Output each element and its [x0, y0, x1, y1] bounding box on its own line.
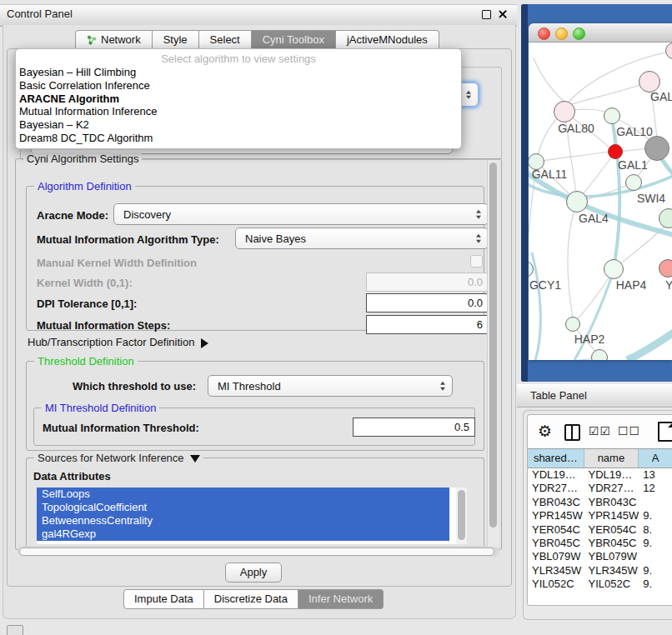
tab-style[interactable]: Style	[153, 30, 199, 50]
table-row[interactable]: YPR145WYPR145W9.	[528, 509, 672, 522]
network-canvas[interactable]: GALGAL80GAL10GAL1GAL11GAL4SWI4GCY1HAP4YH…	[529, 42, 672, 360]
algorithm-dropdown-popup: Select algorithm to view settings Bayesi…	[15, 48, 462, 149]
float-window-icon[interactable]	[482, 10, 491, 19]
node-label: HAP2	[574, 332, 605, 346]
algorithm-option[interactable]: Dream8 DC_TDC Algorithm	[16, 132, 461, 145]
window-close-icon[interactable]	[538, 28, 550, 40]
node-label: HAP4	[616, 278, 647, 292]
table-cell: YIL052C	[584, 578, 639, 591]
close-icon[interactable]	[498, 9, 508, 19]
settings-horizontal-scrollbar[interactable]	[18, 546, 499, 557]
aracne-mode-label: Aracne Mode:	[37, 209, 108, 222]
tab-select-label: Select	[210, 31, 240, 49]
data-attribute-item[interactable]: TopologicalCoefficient	[37, 501, 449, 514]
threshold-definition-group: Threshold Definition Which threshold to …	[26, 361, 484, 451]
window-minimize-icon[interactable]	[555, 28, 568, 40]
window-zoom-icon[interactable]	[573, 28, 585, 40]
network-node-hap4[interactable]	[604, 259, 624, 279]
table-row[interactable]: YBR043CYBR043C	[528, 496, 672, 509]
table-row[interactable]: YDR27…YDR27…12	[528, 482, 672, 495]
data-attribute-item[interactable]: gal4RGexp	[37, 528, 449, 541]
attributes-scrollbar-thumb[interactable]	[458, 490, 465, 540]
network-window-titlebar[interactable]	[529, 23, 672, 42]
table-row[interactable]: YLR345WYLR345W9.	[528, 564, 672, 578]
table-cell: YPR145W	[584, 509, 639, 522]
manual-kernel-width-label: Manual Kernel Width Definition	[37, 257, 197, 269]
table-row[interactable]: YDL19…YDL19…13	[528, 468, 672, 482]
network-window[interactable]: GALGAL80GAL10GAL1GAL11GAL4SWI4GCY1HAP4YH…	[529, 23, 672, 360]
network-node[interactable]	[591, 349, 608, 360]
mi-steps-field[interactable]: 6	[366, 315, 489, 334]
tab-cyni-toolbox[interactable]: Cyni Toolbox	[252, 30, 336, 50]
tab-network-label: Network	[101, 31, 141, 49]
tab-infer-network[interactable]: Infer Network	[298, 589, 384, 609]
attributes-scrollbar[interactable]	[456, 488, 467, 544]
table-column-header[interactable]: name	[584, 449, 639, 468]
column-layout-icon[interactable]	[564, 424, 580, 441]
mi-threshold-definition-title: MI Threshold Definition	[42, 402, 159, 414]
settings-hscroll-thumb[interactable]	[19, 548, 494, 556]
data-attribute-item[interactable]: SelfLoops	[37, 488, 449, 501]
algorithm-option[interactable]: ARACNE Algorithm	[16, 92, 461, 106]
table-cell: YBR043C	[528, 496, 584, 509]
tab-jactivemnodules[interactable]: jActiveMNodules	[336, 30, 439, 50]
table-row[interactable]: YBR045CYBR045C9.	[528, 537, 672, 550]
node-label: GCY1	[529, 278, 561, 292]
table-cell: 9.	[639, 537, 672, 550]
network-node-gal1[interactable]	[608, 144, 623, 159]
table-row[interactable]: YIL052CYIL052C9.	[528, 578, 672, 591]
table-cell: YBR043C	[584, 496, 639, 509]
apply-button[interactable]: Apply	[225, 562, 282, 582]
node-label: GAL10	[616, 125, 653, 138]
algorithm-option[interactable]: Bayesian – K2	[16, 118, 461, 132]
table-cell: 12	[639, 482, 672, 495]
network-node-gal80[interactable]	[554, 101, 575, 122]
data-attributes-list[interactable]: SelfLoopsTopologicalCoefficientBetweenne…	[37, 488, 467, 544]
data-attributes-items: SelfLoopsTopologicalCoefficientBetweenne…	[37, 488, 467, 541]
dpi-tolerance-field[interactable]: 0.0	[366, 293, 489, 312]
table-column-header[interactable]: shared…	[528, 449, 584, 468]
tab-impute-data[interactable]: Impute Data	[123, 589, 204, 609]
which-threshold-combobox[interactable]: MI Threshold	[208, 375, 453, 397]
control-panel-tabbar: Network Style Select Cyni Toolbox jActiv…	[75, 30, 439, 48]
select-all-checkboxes-icon[interactable]: ☑☑	[589, 424, 611, 438]
docked-panel-icon[interactable]	[7, 625, 23, 635]
cyni-bottom-tabbar: Impute Data Discretize Data Infer Networ…	[123, 589, 384, 608]
hub-definition-expander[interactable]: Hub/Transcription Factor Definition	[28, 336, 208, 348]
tab-network[interactable]: Network	[75, 30, 153, 50]
aracne-mode-combobox[interactable]: Discovery	[113, 203, 489, 225]
table-row[interactable]: YER054CYER054C8.	[528, 523, 672, 537]
table-cell: YDL19…	[528, 468, 584, 482]
network-node-hap2[interactable]	[565, 317, 580, 332]
which-threshold-label: Which threshold to use:	[73, 380, 196, 392]
table-body: YDL19…YDL19…13YDR27…YDR27…12YBR043CYBR04…	[528, 468, 672, 592]
algorithm-option[interactable]: Bayesian – Hill Climbing	[16, 66, 461, 79]
network-node-y[interactable]	[659, 259, 672, 278]
combo-spinner-icon	[476, 234, 481, 243]
table-cell: YLR345W	[584, 564, 639, 578]
network-node-gal10[interactable]	[604, 108, 620, 124]
manual-kernel-width-checkbox[interactable]	[470, 255, 483, 268]
kernel-width-label: Kernel Width (0,1):	[37, 277, 133, 289]
deselect-all-checkboxes-icon[interactable]: ☐☐	[618, 424, 640, 438]
mi-threshold-field[interactable]: 0.5	[353, 418, 475, 437]
kernel-width-field[interactable]: 0.0	[366, 272, 489, 292]
table-column-header[interactable]: A	[639, 449, 672, 468]
algorithm-option[interactable]: Mutual Information Inference	[16, 105, 461, 118]
table-row[interactable]: YBL079WYBL079W	[528, 550, 672, 563]
data-attribute-item[interactable]: BetweennessCentrality	[37, 514, 449, 528]
node-table: shared…nameA YDL19…YDL19…13YDR27…YDR27…1…	[528, 448, 672, 606]
export-table-icon[interactable]	[658, 422, 672, 442]
gear-icon[interactable]: ⚙	[538, 422, 552, 440]
mi-algorithm-type-combobox[interactable]: Naive Bayes	[235, 228, 489, 249]
tab-discretize-data[interactable]: Discretize Data	[204, 589, 298, 609]
network-node-gal4[interactable]	[566, 191, 588, 212]
network-node-swi4[interactable]	[625, 174, 642, 191]
settings-vertical-scrollbar[interactable]	[487, 160, 499, 547]
network-node[interactable]	[644, 136, 669, 161]
sources-expander[interactable]: Sources for Network Inference	[34, 452, 203, 464]
tab-select[interactable]: Select	[199, 30, 252, 50]
algorithm-option[interactable]: Basic Correlation Inference	[16, 79, 461, 92]
threshold-definition-title: Threshold Definition	[34, 355, 138, 368]
settings-vscroll-thumb[interactable]	[489, 162, 497, 528]
